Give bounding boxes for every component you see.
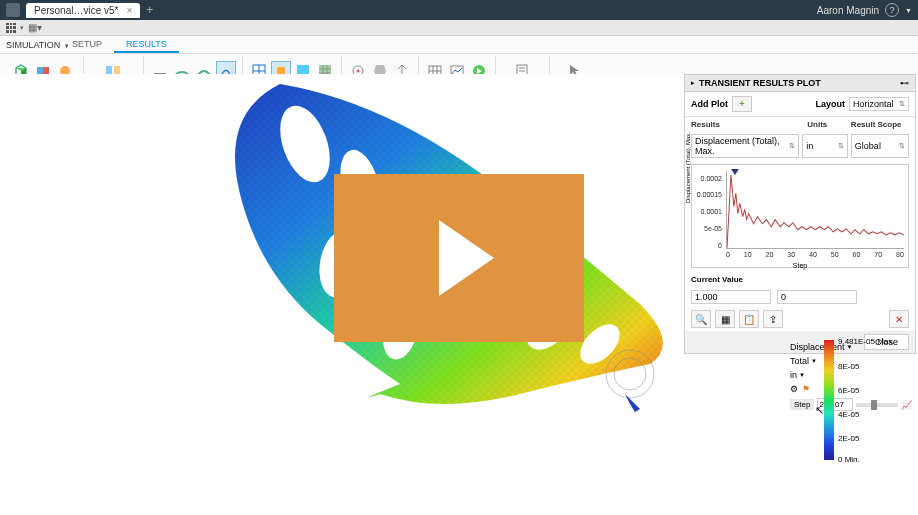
color-bar [824, 340, 834, 460]
help-icon[interactable]: ? [885, 3, 899, 17]
transient-results-panel: ▸ TRANSIENT RESULTS PLOT ⊷ Add Plot + La… [684, 74, 916, 354]
column-headers: Results Units Result Scope [685, 117, 915, 132]
play-video-overlay[interactable] [334, 174, 584, 342]
step-label: Step [790, 399, 814, 410]
color-labels: 9.481E-05 Max. 8E-05 6E-05 4E-05 2E-05 0… [834, 340, 902, 460]
titlebar: Personal…vice v5* × + Aaron Magnin ? ▼ [0, 0, 918, 20]
units-select[interactable]: in⇅ [802, 134, 848, 158]
chart-yticks: 0.0002 0.00015 0.0001 5e-05 0 [694, 175, 724, 249]
current-value-2-input[interactable] [777, 290, 857, 304]
collapse-icon[interactable]: ▸ [691, 79, 695, 87]
play-icon [439, 220, 494, 296]
svg-point-15 [356, 70, 359, 73]
settings-icon[interactable]: ⚙ [790, 384, 798, 394]
user-info: Aaron Magnin ? ▼ [817, 3, 912, 17]
chart-ylabel: Displacement (Total), Max. [685, 132, 691, 203]
table-icon[interactable]: ▦ [715, 310, 735, 328]
scope-select[interactable]: Global⇅ [851, 134, 909, 158]
zoom-icon[interactable]: 🔍 [691, 310, 711, 328]
pin-icon[interactable]: ⊷ [900, 78, 909, 88]
app-icon [6, 3, 20, 17]
layout-label: Layout [815, 99, 845, 109]
col-results: Results [691, 120, 807, 129]
qa-dropdown-icon[interactable]: ▾ [20, 24, 24, 32]
current-value-1-input[interactable] [691, 290, 771, 304]
results-select[interactable]: Displacement (Total), Max.⇅ [691, 134, 799, 158]
file-icon[interactable]: ▦▾ [28, 22, 42, 33]
document-tab[interactable]: Personal…vice v5* × [26, 3, 140, 18]
col-scope: Result Scope [851, 120, 909, 129]
user-menu-arrow[interactable]: ▼ [905, 7, 912, 14]
flag-icon[interactable]: ⚑ [802, 384, 810, 394]
user-name[interactable]: Aaron Magnin [817, 5, 879, 16]
panel-title: TRANSIENT RESULTS PLOT [699, 78, 900, 88]
tab-results[interactable]: RESULTS [114, 36, 179, 53]
layout-select[interactable]: Horizontal⇅ [849, 97, 909, 111]
data-panel-icon[interactable] [6, 23, 16, 33]
quick-access-bar: ▾ ▦▾ [0, 20, 918, 36]
panel-header: ▸ TRANSIENT RESULTS PLOT ⊷ [685, 75, 915, 92]
delete-icon[interactable]: ✕ [889, 310, 909, 328]
col-units: Units [807, 120, 851, 129]
simulation-dropdown[interactable]: SIMULATION ▼ [6, 40, 70, 50]
chart-xlabel: Step [793, 262, 807, 269]
tab-label: Personal…vice v5* [34, 5, 118, 16]
add-plot-button[interactable]: + [732, 96, 752, 112]
chart-marker-icon[interactable] [731, 169, 739, 175]
current-value-label: Current Value [685, 272, 915, 287]
color-scale: 9.481E-05 Max. 8E-05 6E-05 4E-05 2E-05 0… [824, 340, 902, 460]
chart-xticks: 01020304050607080 [726, 251, 904, 265]
cursor-icon: ↖ [815, 404, 824, 417]
copy-icon[interactable]: 📋 [739, 310, 759, 328]
add-tab-icon[interactable]: + [146, 3, 153, 17]
close-tab-icon[interactable]: × [126, 5, 132, 16]
ribbon-tabs: SETUP RESULTS [0, 36, 918, 54]
chart-toggle-icon[interactable]: 📈 [901, 400, 912, 410]
export-icon[interactable]: ⇪ [763, 310, 783, 328]
add-plot-label: Add Plot [691, 99, 728, 109]
results-chart: Displacement (Total), Max. 0.0002 0.0001… [691, 164, 909, 268]
chart-plot-area [726, 171, 904, 249]
